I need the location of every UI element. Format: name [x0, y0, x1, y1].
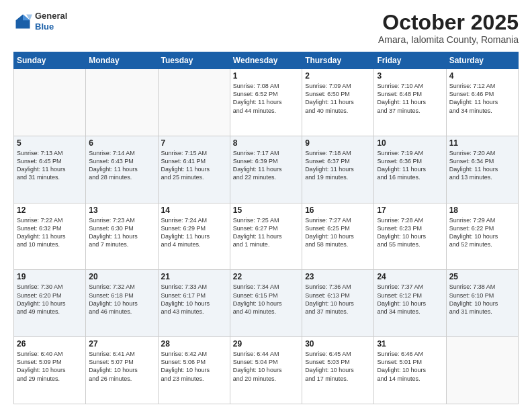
calendar-cell: 30Sunrise: 6:45 AM Sunset: 5:03 PM Dayli… [302, 337, 374, 404]
day-info: Sunrise: 7:09 AM Sunset: 6:50 PM Dayligh… [305, 82, 371, 115]
day-number: 19 [17, 272, 83, 281]
day-info: Sunrise: 7:38 AM Sunset: 6:10 PM Dayligh… [449, 283, 515, 316]
calendar-cell: 22Sunrise: 7:34 AM Sunset: 6:15 PM Dayli… [230, 270, 302, 337]
day-number: 21 [161, 272, 227, 281]
day-number: 22 [233, 272, 299, 281]
day-info: Sunrise: 7:34 AM Sunset: 6:15 PM Dayligh… [233, 283, 299, 316]
day-info: Sunrise: 7:33 AM Sunset: 6:17 PM Dayligh… [161, 283, 227, 316]
calendar-cell: 8Sunrise: 7:17 AM Sunset: 6:39 PM Daylig… [230, 136, 302, 203]
day-info: Sunrise: 7:18 AM Sunset: 6:37 PM Dayligh… [305, 149, 371, 182]
calendar-cell: 29Sunrise: 6:44 AM Sunset: 5:04 PM Dayli… [230, 337, 302, 404]
day-info: Sunrise: 6:46 AM Sunset: 5:01 PM Dayligh… [377, 350, 443, 383]
calendar-cell: 31Sunrise: 6:46 AM Sunset: 5:01 PM Dayli… [374, 337, 446, 404]
calendar-cell: 20Sunrise: 7:32 AM Sunset: 6:18 PM Dayli… [86, 270, 158, 337]
day-info: Sunrise: 6:44 AM Sunset: 5:04 PM Dayligh… [233, 350, 299, 383]
day-info: Sunrise: 7:28 AM Sunset: 6:23 PM Dayligh… [377, 216, 443, 249]
calendar-cell: 25Sunrise: 7:38 AM Sunset: 6:10 PM Dayli… [446, 270, 518, 337]
day-number: 9 [305, 138, 371, 148]
calendar-cell: 28Sunrise: 6:42 AM Sunset: 5:06 PM Dayli… [158, 337, 230, 404]
day-info: Sunrise: 7:27 AM Sunset: 6:25 PM Dayligh… [305, 216, 371, 249]
calendar-cell: 17Sunrise: 7:28 AM Sunset: 6:23 PM Dayli… [374, 203, 446, 270]
calendar-row-3: 19Sunrise: 7:30 AM Sunset: 6:20 PM Dayli… [14, 270, 519, 337]
logo: General Blue [13, 11, 67, 32]
day-info: Sunrise: 6:45 AM Sunset: 5:03 PM Dayligh… [305, 350, 371, 383]
weekday-header-tuesday: Tuesday [158, 52, 230, 69]
weekday-header-wednesday: Wednesday [230, 52, 302, 69]
calendar-cell: 6Sunrise: 7:14 AM Sunset: 6:43 PM Daylig… [86, 136, 158, 203]
day-number: 28 [161, 339, 227, 349]
day-number: 10 [377, 138, 443, 148]
calendar-cell: 7Sunrise: 7:15 AM Sunset: 6:41 PM Daylig… [158, 136, 230, 203]
day-info: Sunrise: 7:23 AM Sunset: 6:30 PM Dayligh… [89, 216, 154, 249]
calendar-cell: 5Sunrise: 7:13 AM Sunset: 6:45 PM Daylig… [14, 136, 86, 203]
logo-icon [13, 12, 32, 31]
day-info: Sunrise: 7:12 AM Sunset: 6:46 PM Dayligh… [449, 82, 515, 115]
calendar-table: SundayMondayTuesdayWednesdayThursdayFrid… [13, 52, 519, 404]
calendar-cell: 9Sunrise: 7:18 AM Sunset: 6:37 PM Daylig… [302, 136, 374, 203]
calendar-cell: 27Sunrise: 6:41 AM Sunset: 5:07 PM Dayli… [86, 337, 158, 404]
calendar-row-4: 26Sunrise: 6:40 AM Sunset: 5:09 PM Dayli… [14, 337, 519, 404]
weekday-header-saturday: Saturday [446, 52, 518, 69]
calendar-cell [158, 69, 230, 136]
day-number: 16 [305, 205, 371, 215]
calendar-row-0: 1Sunrise: 7:08 AM Sunset: 6:52 PM Daylig… [14, 69, 519, 136]
day-number: 14 [161, 205, 227, 215]
weekday-header-friday: Friday [374, 52, 446, 69]
page: General Blue October 2025 Amara, Ialomit… [0, 0, 532, 411]
day-number: 15 [233, 205, 299, 215]
calendar-cell [14, 69, 86, 136]
day-info: Sunrise: 7:37 AM Sunset: 6:12 PM Dayligh… [377, 283, 443, 316]
day-number: 7 [161, 138, 227, 148]
day-number: 5 [17, 138, 83, 148]
calendar-cell: 16Sunrise: 7:27 AM Sunset: 6:25 PM Dayli… [302, 203, 374, 270]
day-info: Sunrise: 7:10 AM Sunset: 6:48 PM Dayligh… [377, 82, 443, 115]
calendar-cell [86, 69, 158, 136]
calendar-cell: 10Sunrise: 7:19 AM Sunset: 6:36 PM Dayli… [374, 136, 446, 203]
day-number: 3 [377, 71, 443, 81]
day-number: 8 [233, 138, 299, 148]
calendar-row-2: 12Sunrise: 7:22 AM Sunset: 6:32 PM Dayli… [14, 203, 519, 270]
day-number: 17 [377, 205, 443, 215]
day-number: 18 [449, 205, 515, 215]
calendar-cell: 18Sunrise: 7:29 AM Sunset: 6:22 PM Dayli… [446, 203, 518, 270]
calendar-cell: 19Sunrise: 7:30 AM Sunset: 6:20 PM Dayli… [14, 270, 86, 337]
day-info: Sunrise: 7:30 AM Sunset: 6:20 PM Dayligh… [17, 283, 83, 316]
day-number: 13 [89, 205, 154, 215]
calendar-cell: 15Sunrise: 7:25 AM Sunset: 6:27 PM Dayli… [230, 203, 302, 270]
day-info: Sunrise: 7:15 AM Sunset: 6:41 PM Dayligh… [161, 149, 227, 182]
calendar-row-1: 5Sunrise: 7:13 AM Sunset: 6:45 PM Daylig… [14, 136, 519, 203]
day-info: Sunrise: 7:20 AM Sunset: 6:34 PM Dayligh… [449, 149, 515, 182]
day-info: Sunrise: 6:42 AM Sunset: 5:06 PM Dayligh… [161, 350, 227, 383]
weekday-header-thursday: Thursday [302, 52, 374, 69]
day-info: Sunrise: 7:19 AM Sunset: 6:36 PM Dayligh… [377, 149, 443, 182]
location-subtitle: Amara, Ialomita County, Romania [378, 34, 519, 45]
calendar-cell: 21Sunrise: 7:33 AM Sunset: 6:17 PM Dayli… [158, 270, 230, 337]
calendar-cell: 3Sunrise: 7:10 AM Sunset: 6:48 PM Daylig… [374, 69, 446, 136]
day-info: Sunrise: 6:40 AM Sunset: 5:09 PM Dayligh… [17, 350, 83, 383]
day-info: Sunrise: 7:36 AM Sunset: 6:13 PM Dayligh… [305, 283, 371, 316]
day-number: 20 [89, 272, 154, 281]
day-number: 29 [233, 339, 299, 349]
day-number: 26 [17, 339, 83, 349]
day-info: Sunrise: 7:24 AM Sunset: 6:29 PM Dayligh… [161, 216, 227, 249]
day-info: Sunrise: 7:17 AM Sunset: 6:39 PM Dayligh… [233, 149, 299, 182]
calendar-cell: 12Sunrise: 7:22 AM Sunset: 6:32 PM Dayli… [14, 203, 86, 270]
weekday-header-monday: Monday [86, 52, 158, 69]
day-number: 24 [377, 272, 443, 281]
day-number: 27 [89, 339, 154, 349]
header: General Blue October 2025 Amara, Ialomit… [13, 11, 519, 45]
day-number: 11 [449, 138, 515, 148]
calendar-cell: 26Sunrise: 6:40 AM Sunset: 5:09 PM Dayli… [14, 337, 86, 404]
day-info: Sunrise: 7:08 AM Sunset: 6:52 PM Dayligh… [233, 82, 299, 115]
calendar-cell: 24Sunrise: 7:37 AM Sunset: 6:12 PM Dayli… [374, 270, 446, 337]
day-number: 4 [449, 71, 515, 81]
day-number: 12 [17, 205, 83, 215]
day-number: 31 [377, 339, 443, 349]
calendar-cell: 11Sunrise: 7:20 AM Sunset: 6:34 PM Dayli… [446, 136, 518, 203]
title-block: October 2025 Amara, Ialomita County, Rom… [378, 11, 519, 45]
calendar-cell: 4Sunrise: 7:12 AM Sunset: 6:46 PM Daylig… [446, 69, 518, 136]
day-number: 1 [233, 71, 299, 81]
day-number: 25 [449, 272, 515, 281]
day-number: 6 [89, 138, 154, 148]
weekday-header-sunday: Sunday [14, 52, 86, 69]
